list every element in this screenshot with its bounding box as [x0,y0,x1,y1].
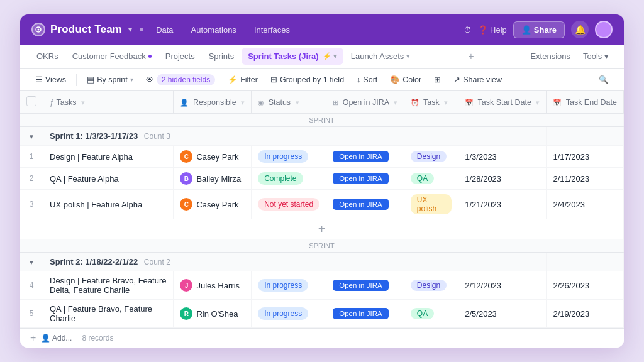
row2-task[interactable]: QA | Feature Alpha [43,168,174,190]
row5-jira: Open in JIRA [326,300,404,328]
row1-task[interactable]: Design | Feature Alpha [43,146,174,168]
row2-jira: Open in JIRA [326,168,404,190]
table-icon: ⊞ [434,75,441,84]
sprint1-expand[interactable]: ▼ [20,127,43,146]
row2-responsible-cell: B Bailey Mirza [180,172,245,185]
user-avatar[interactable] [595,21,613,38]
row4-status-badge: In progress [258,279,308,292]
group-icon: ⊞ [270,75,277,84]
tab-launch-assets[interactable]: Launch Assets ▾ [345,48,417,65]
add-tab-button[interactable]: + [464,51,477,62]
row3-num: 3 [20,190,43,219]
sort-button[interactable]: ↕ Sort [352,73,382,87]
tab-data[interactable]: Data [148,21,180,38]
extensions-button[interactable]: Extensions [525,49,575,63]
row3-end-date: 2/4/2023 [547,190,624,219]
row3-responsible-cell: C Casey Park [180,198,245,211]
sprint1-add-button[interactable]: + [20,219,624,239]
tools-button[interactable]: Tools ▾ [578,49,614,63]
col-status: ◉ Status ▾ [252,91,326,114]
col-start-chevron: ▾ [536,99,540,106]
row4-avatar: J [180,279,192,292]
row1-jira-button[interactable]: Open in JIRA [333,151,388,162]
add-row-button[interactable]: + [30,332,36,344]
row5-jira-button[interactable]: Open in JIRA [333,308,388,319]
person-icon: 👤 [180,99,189,106]
task-col-icon: ⏰ [411,99,419,106]
col-end-date: 📅 Task End Date [547,91,624,114]
sprint2-expand[interactable]: ▼ [20,253,43,272]
row5-start-date: 2/5/2023 [458,300,547,328]
col-task-chevron: ▾ [444,99,448,106]
notifications-button[interactable]: 🔔 [571,21,589,38]
row4-start-date: 2/12/2023 [458,272,547,300]
row3-jira-button[interactable]: Open in JIRA [333,199,388,210]
top-bar: Product Team ▾ Data Automations Interfac… [20,14,624,45]
history-button[interactable]: ⏱ [464,25,472,35]
tools-chevron: ▾ [604,52,609,61]
table-row: 4 Design | Feature Bravo, Feature Delta,… [20,272,624,300]
row2-status: Complete [252,168,326,190]
row5-end-date: 2/19/2023 [547,300,624,328]
col-task: ⏰ Task ▾ [404,91,458,114]
title-dot [140,28,143,31]
tab-automations[interactable]: Automations [184,21,244,38]
row3-type-badge: UX polish [411,194,452,214]
toolbar-right: 🔍 [594,72,614,87]
share-view-button[interactable]: ↗ Share view [448,72,507,87]
filter-button[interactable]: ⚡ Filter [223,72,263,87]
sprint2-label-cell: SPRINT [20,239,624,253]
toolbar-divider-1 [76,74,77,86]
col-resp-chevron: ▾ [241,99,245,106]
tab-sprint-tasks[interactable]: Sprint Tasks (Jira) ⚡ ▾ [242,48,343,65]
row4-responsible: J Jules Harris [174,272,252,300]
table-icon-button[interactable]: ⊞ [429,72,446,87]
row3-status: Not yet started [252,190,326,219]
views-button[interactable]: ☰ Views [30,72,71,87]
svg-point-1 [38,29,40,31]
hidden-fields-button[interactable]: 👁 2 hidden fields [141,72,220,88]
tab-interfaces[interactable]: Interfaces [247,21,297,38]
row1-end-date: 1/17/2023 [547,146,624,168]
tab-sprints[interactable]: Sprints [203,48,240,65]
col-jira-chevron: ▾ [394,99,397,106]
sprint1-name-cell: Sprint 1: 1/3/23-1/17/23 Count 3 [43,127,458,146]
top-bar-left: Product Team ▾ Data Automations Interfac… [31,21,452,38]
row2-jira-button[interactable]: Open in JIRA [333,173,388,184]
table-container: ƒ Tasks ▾ 👤 Responsible ▾ ◉ Status ▾ [20,91,624,328]
color-button[interactable]: 🎨 Color [385,72,426,87]
row3-start-date: 1/21/2023 [458,190,547,219]
table-header-row: ƒ Tasks ▾ 👤 Responsible ▾ ◉ Status ▾ [20,91,624,114]
tab-launch-arrow: ▾ [406,52,410,60]
col-tasks-chevron: ▾ [81,99,85,106]
select-all-checkbox[interactable] [26,96,36,106]
row3-task[interactable]: UX polish | Feature Alpha [43,190,174,219]
add-label[interactable]: 👤 Add... [41,334,72,343]
help-button[interactable]: ❓ Help [478,25,507,35]
row5-responsible-cell: R Rin O'Shea [180,307,245,320]
row2-responsible: B Bailey Mirza [174,168,252,190]
tab-okrs[interactable]: OKRs [30,48,65,65]
grouped-button[interactable]: ⊞ Grouped by 1 field [265,72,349,87]
row4-jira-button[interactable]: Open in JIRA [333,280,388,291]
row5-task[interactable]: QA | Feature Bravo, Feature Charlie [43,300,174,328]
tab-projects[interactable]: Projects [159,48,201,65]
jira-col-icon: ⊞ [333,99,338,106]
row1-num: 1 [20,146,43,168]
row1-status-badge: In progress [258,150,308,163]
share-button[interactable]: 👤 Share [513,21,565,38]
share-view-icon: ↗ [453,75,460,84]
row4-responsible-cell: J Jules Harris [180,279,245,292]
bottom-bar: + 👤 Add... 8 records [20,328,624,348]
row4-task[interactable]: Design | Feature Bravo, Feature Delta, F… [43,272,174,300]
by-sprint-button[interactable]: ▤ By sprint ▾ [82,72,138,87]
color-icon: 🎨 [390,75,400,84]
row2-type-badge: QA [411,173,434,184]
views-icon: ☰ [35,75,43,84]
sprint2-extra1 [458,253,547,272]
search-button[interactable]: 🔍 [594,72,614,87]
tab-customer-feedback[interactable]: Customer Feedback [66,48,158,65]
filter-icon: ⚡ [228,75,238,84]
tab-dot [148,55,152,58]
add-user-icon: 👤 [41,334,50,343]
